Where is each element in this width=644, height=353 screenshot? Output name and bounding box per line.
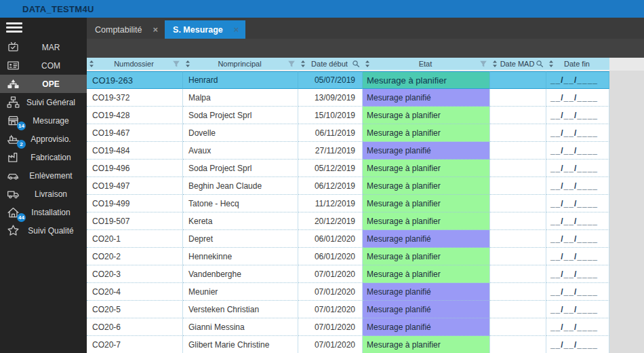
cell-nomprincipal[interactable]: Versteken Christian <box>183 301 298 318</box>
cell-date-mad[interactable] <box>490 107 546 124</box>
table-row[interactable]: CO20-2 Hennekinne 06/01/2020 Mesurage à … <box>87 248 609 265</box>
cell-etat[interactable]: Mesurage à planifier <box>363 336 490 353</box>
cell-date-fin[interactable]: __/__/____ <box>546 195 609 212</box>
cell-date-mad[interactable] <box>490 230 546 248</box>
cell-date-fin[interactable]: __/__/____ <box>546 124 609 142</box>
cell-etat[interactable]: Mesurage à planifier <box>363 177 490 195</box>
cell-date-fin[interactable]: __/__/____ <box>546 177 609 195</box>
cell-date-debut[interactable]: 15/10/2019 <box>298 107 363 124</box>
cell-etat[interactable]: Mesurage à planifier <box>363 212 490 230</box>
cell-numdossier[interactable]: CO19-263 <box>87 71 183 89</box>
sidebar-item-fabrication[interactable]: Fabrication <box>0 148 87 166</box>
sidebar-item-suivi-qualit-[interactable]: Suivi Qualité <box>0 221 87 240</box>
cell-date-debut[interactable]: 06/01/2020 <box>298 248 363 265</box>
cell-numdossier[interactable]: CO19-484 <box>87 142 183 160</box>
cell-nomprincipal[interactable]: Soda Project Sprl <box>183 160 298 177</box>
cell-date-fin[interactable]: __/__/____ <box>546 230 609 248</box>
cell-date-debut[interactable]: 06/11/2019 <box>298 124 363 142</box>
sidebar-item-enl-vement[interactable]: Enlèvement <box>0 166 87 185</box>
cell-date-fin[interactable]: __/__/____ <box>546 248 609 265</box>
close-icon[interactable]: × <box>234 24 239 35</box>
cell-nomprincipal[interactable]: Gianni Messina <box>183 318 298 336</box>
table-row[interactable]: CO19-496 Soda Project Sprl 05/12/2019 Me… <box>87 160 609 177</box>
cell-nomprincipal[interactable]: Henrard <box>183 71 298 89</box>
loupe-icon[interactable] <box>352 60 360 68</box>
cell-numdossier[interactable]: CO20-4 <box>87 283 183 301</box>
cell-date-mad[interactable] <box>490 301 546 318</box>
table-row[interactable]: CO20-1 Depret 06/01/2020 Mesurage planif… <box>87 230 609 248</box>
cell-nomprincipal[interactable]: Hennekinne <box>183 248 298 265</box>
sort-icon[interactable] <box>185 60 190 68</box>
sort-icon[interactable] <box>365 60 370 68</box>
sidebar-item-approvisio-[interactable]: 2 Approvisio. <box>0 130 87 148</box>
column-header-date-fin[interactable]: Date fin <box>546 58 609 70</box>
cell-date-mad[interactable] <box>490 71 546 89</box>
table-row[interactable]: CO19-467 Dovelle 06/11/2019 Mesurage à p… <box>87 124 609 142</box>
cell-etat[interactable]: Mesurage à planifier <box>363 107 490 124</box>
table-row[interactable]: CO19-507 Kereta 20/12/2019 Mesurage à pl… <box>87 212 609 230</box>
cell-date-mad[interactable] <box>490 177 546 195</box>
cell-date-debut[interactable]: 06/01/2020 <box>298 230 363 248</box>
cell-etat[interactable]: Mesurage planifié <box>363 142 490 160</box>
cell-etat[interactable]: Mesurage à planifier <box>363 248 490 265</box>
cell-date-fin[interactable]: __/__/____ <box>546 107 609 124</box>
sort-icon[interactable] <box>548 60 554 68</box>
close-icon[interactable]: × <box>153 24 158 35</box>
cell-etat[interactable]: Mesurage planifié <box>363 318 490 336</box>
cell-date-fin[interactable]: __/__/____ <box>546 265 609 283</box>
cell-date-mad[interactable] <box>490 212 546 230</box>
cell-numdossier[interactable]: CO19-467 <box>87 124 183 142</box>
table-row[interactable]: CO19-428 Soda Project Sprl 15/10/2019 Me… <box>87 107 609 124</box>
cell-date-mad[interactable] <box>490 160 546 177</box>
cell-nomprincipal[interactable]: Depret <box>183 230 298 248</box>
table-row[interactable]: CO20-7 Glibert Marie Christine 07/01/202… <box>87 336 609 353</box>
cell-date-mad[interactable] <box>490 336 546 353</box>
cell-date-debut[interactable]: 07/01/2020 <box>298 301 363 318</box>
cell-date-mad[interactable] <box>490 89 546 107</box>
cell-etat[interactable]: Mesurage à planifier <box>363 71 490 89</box>
cell-numdossier[interactable]: CO19-499 <box>87 195 183 212</box>
cell-nomprincipal[interactable]: Malpa <box>183 89 298 107</box>
cell-date-fin[interactable]: __/__/____ <box>546 160 609 177</box>
funnel-icon[interactable] <box>479 60 487 68</box>
cell-date-fin[interactable]: __/__/____ <box>546 142 609 160</box>
cell-numdossier[interactable]: CO20-5 <box>87 301 183 318</box>
cell-date-debut[interactable]: 07/01/2020 <box>298 318 363 336</box>
sort-icon[interactable] <box>89 60 94 68</box>
cell-date-fin[interactable]: __/__/____ <box>546 336 609 353</box>
sidebar-item-mesurage[interactable]: 14 Mesurage <box>0 111 87 130</box>
sidebar-item-installation[interactable]: 44 Installation <box>0 203 87 221</box>
menu-icon[interactable] <box>6 22 22 35</box>
column-header-nomprincipal[interactable]: Nomprincipal <box>183 58 298 70</box>
cell-date-mad[interactable] <box>490 283 546 301</box>
funnel-icon[interactable] <box>287 60 296 68</box>
cell-date-mad[interactable] <box>490 124 546 142</box>
table-row[interactable]: CO20-5 Versteken Christian 07/01/2020 Me… <box>87 301 609 318</box>
cell-date-debut[interactable]: 06/12/2019 <box>298 177 363 195</box>
table-row[interactable]: CO20-6 Gianni Messina 07/01/2020 Mesurag… <box>87 318 609 336</box>
cell-numdossier[interactable]: CO19-497 <box>87 177 183 195</box>
cell-nomprincipal[interactable]: Dovelle <box>183 124 298 142</box>
column-header-date-mad[interactable]: Date MAD <box>490 58 546 70</box>
cell-etat[interactable]: Mesurage à planifier <box>363 124 490 142</box>
cell-numdossier[interactable]: CO20-2 <box>87 248 183 265</box>
cell-date-fin[interactable]: __/__/____ <box>546 212 609 230</box>
sidebar-item-mar[interactable]: MAR <box>0 38 87 56</box>
cell-numdossier[interactable]: CO20-7 <box>87 336 183 353</box>
cell-date-fin[interactable]: __/__/____ <box>546 283 609 301</box>
sidebar-item-ope[interactable]: OPE <box>0 75 87 93</box>
table-row[interactable]: CO19-372 Malpa 13/09/2019 Mesurage plani… <box>87 89 609 107</box>
loupe-icon[interactable] <box>536 60 544 68</box>
cell-date-debut[interactable]: 11/12/2019 <box>298 195 363 212</box>
cell-nomprincipal[interactable]: Avaux <box>183 142 298 160</box>
cell-etat[interactable]: Mesurage à planifier <box>363 195 490 212</box>
cell-date-debut[interactable]: 05/07/2019 <box>298 71 363 89</box>
cell-nomprincipal[interactable]: Tatone - Hecq <box>183 195 298 212</box>
cell-date-debut[interactable]: 07/01/2020 <box>298 336 363 353</box>
column-header-numdossier[interactable]: Numdossier <box>87 58 183 70</box>
cell-date-debut[interactable]: 05/12/2019 <box>298 160 363 177</box>
cell-etat[interactable]: Mesurage à planifier <box>363 265 490 283</box>
table-row[interactable]: CO20-4 Meunier 07/01/2020 Mesurage plani… <box>87 283 609 301</box>
cell-numdossier[interactable]: CO20-6 <box>87 318 183 336</box>
table-row[interactable]: CO19-497 Beghin Jean Claude 06/12/2019 M… <box>87 177 609 195</box>
